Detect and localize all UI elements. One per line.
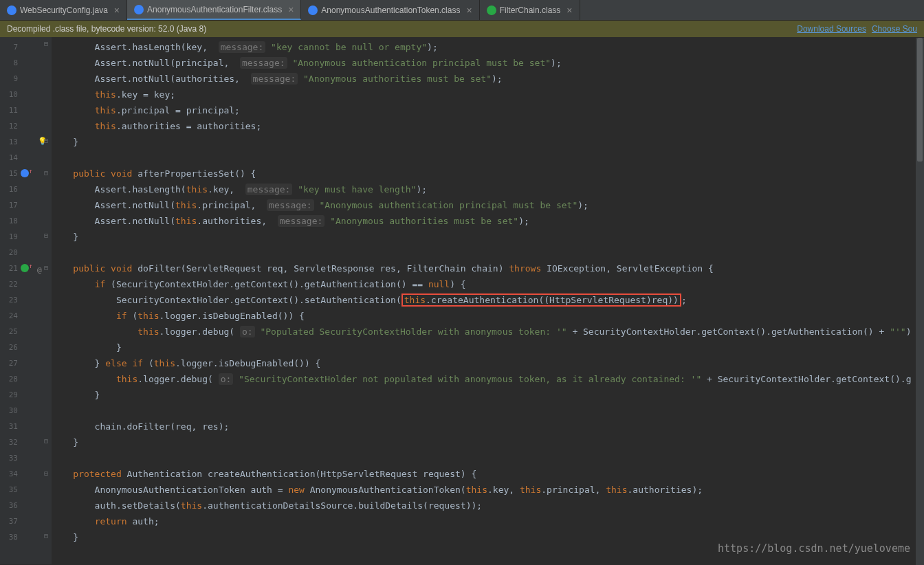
editor-area: 7891011121314151617181920212223242526272… — [0, 37, 924, 564]
close-icon[interactable]: × — [566, 5, 572, 16]
scrollbar-thumb[interactable] — [917, 38, 923, 162]
tab-websecurityconfig[interactable]: WebSecurityConfig.java × — [0, 0, 127, 20]
override-icon[interactable]: ↑ — [21, 169, 32, 179]
close-icon[interactable]: × — [288, 4, 294, 15]
class-icon — [308, 5, 318, 15]
tab-label: WebSecurityConfig.java — [20, 5, 108, 15]
vertical-scrollbar[interactable] — [916, 38, 924, 565]
fold-icon[interactable]: ⊟ — [44, 469, 48, 477]
fold-icon[interactable]: ⊟ — [44, 532, 48, 540]
choose-sources-link[interactable]: Choose Sou — [872, 24, 917, 34]
tab-filterchain[interactable]: FilterChain.class × — [480, 0, 580, 20]
close-icon[interactable]: × — [466, 5, 472, 16]
fold-icon[interactable]: ⊟ — [44, 232, 48, 239]
line-numbers: 7891011121314151617181920212223242526272… — [0, 37, 21, 564]
close-icon[interactable]: × — [114, 5, 120, 16]
fold-icon[interactable]: ⊟ — [44, 40, 48, 47]
class-icon — [7, 5, 16, 15]
fold-icon[interactable]: ⊟ — [44, 169, 48, 177]
notice-text: Decompiled .class file, bytecode version… — [7, 24, 206, 34]
class-icon — [134, 5, 144, 14]
tab-label: FilterChain.class — [500, 5, 561, 15]
fold-icon[interactable]: ⊟ — [44, 437, 48, 445]
interface-icon — [487, 5, 496, 15]
gutter: 7891011121314151617181920212223242526272… — [0, 37, 52, 564]
tab-anonymousauthfilter[interactable]: AnonymousAuthenticationFilter.class × — [127, 0, 301, 20]
tab-label: AnonymousAuthenticationFilter.class — [147, 5, 282, 14]
tab-label: AnonymousAuthenticationToken.class — [321, 5, 460, 15]
decompile-notice: Decompiled .class file, bytecode version… — [0, 21, 924, 37]
implements-icon[interactable]: ↑ @ — [21, 264, 42, 274]
editor-tabs: WebSecurityConfig.java × AnonymousAuthen… — [0, 0, 924, 21]
gutter-icons: 💡 ↑ ↑ @ ⊟ ⊟ ⊟ ⊟ ⊟ ⊟ ⊟ ⊟ — [21, 37, 52, 564]
tab-anonymousauthtoken[interactable]: AnonymousAuthenticationToken.class × — [301, 0, 479, 20]
notice-links: Download Sources Choose Sou — [797, 24, 917, 34]
watermark: https://blog.csdn.net/yueloveme — [718, 542, 910, 555]
download-sources-link[interactable]: Download Sources — [797, 24, 866, 34]
code-content[interactable]: Assert.hasLength(key, message: "key cann… — [52, 37, 911, 564]
fold-icon[interactable]: ⊟ — [44, 264, 48, 272]
fold-icon[interactable]: ⊟ — [44, 137, 48, 144]
